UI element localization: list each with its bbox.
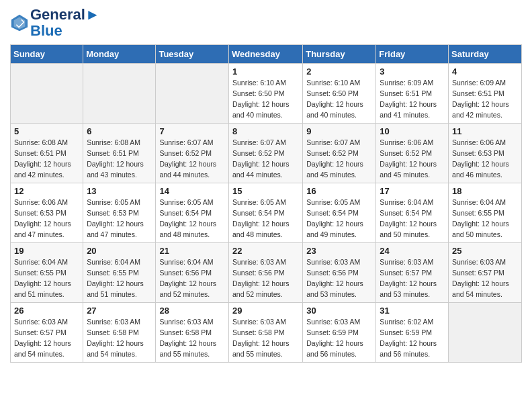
calendar-cell: 25Sunrise: 6:03 AM Sunset: 6:57 PM Dayli…	[449, 243, 522, 303]
day-number: 9	[306, 126, 372, 136]
day-info: Sunrise: 6:04 AM Sunset: 6:56 PM Dayligh…	[159, 257, 225, 300]
day-info: Sunrise: 6:03 AM Sunset: 6:58 PM Dayligh…	[232, 317, 299, 359]
day-info: Sunrise: 6:06 AM Sunset: 6:53 PM Dayligh…	[14, 197, 79, 240]
calendar-cell: 4Sunrise: 6:09 AM Sunset: 6:51 PM Daylig…	[449, 64, 522, 124]
day-number: 27	[87, 306, 152, 316]
day-info: Sunrise: 6:06 AM Sunset: 6:52 PM Dayligh…	[380, 138, 445, 180]
day-number: 19	[14, 246, 79, 256]
day-info: Sunrise: 6:04 AM Sunset: 6:55 PM Dayligh…	[14, 257, 79, 300]
calendar-cell	[449, 303, 522, 363]
day-info: Sunrise: 6:03 AM Sunset: 6:59 PM Dayligh…	[306, 317, 372, 359]
calendar-cell: 17Sunrise: 6:04 AM Sunset: 6:54 PM Dayli…	[376, 183, 449, 243]
day-number: 23	[306, 246, 372, 256]
day-number: 2	[306, 66, 372, 77]
day-number: 6	[87, 126, 152, 136]
day-number: 31	[380, 306, 445, 316]
calendar-week-5: 26Sunrise: 6:03 AM Sunset: 6:57 PM Dayli…	[11, 303, 522, 363]
calendar-cell: 19Sunrise: 6:04 AM Sunset: 6:55 PM Dayli…	[11, 243, 83, 303]
calendar-cell: 31Sunrise: 6:02 AM Sunset: 6:59 PM Dayli…	[376, 303, 449, 363]
day-info: Sunrise: 6:05 AM Sunset: 6:54 PM Dayligh…	[232, 197, 299, 240]
day-info: Sunrise: 6:03 AM Sunset: 6:56 PM Dayligh…	[306, 257, 372, 300]
calendar-cell: 27Sunrise: 6:03 AM Sunset: 6:58 PM Dayli…	[83, 303, 156, 363]
day-info: Sunrise: 6:05 AM Sunset: 6:53 PM Dayligh…	[87, 197, 152, 240]
day-info: Sunrise: 6:08 AM Sunset: 6:51 PM Dayligh…	[14, 138, 79, 180]
weekday-header-row: SundayMondayTuesdayWednesdayThursdayFrid…	[11, 45, 522, 64]
header: General► Blue	[10, 7, 522, 39]
calendar-cell: 3Sunrise: 6:09 AM Sunset: 6:51 PM Daylig…	[376, 64, 449, 124]
day-info: Sunrise: 6:03 AM Sunset: 6:57 PM Dayligh…	[380, 257, 445, 300]
calendar-cell: 22Sunrise: 6:03 AM Sunset: 6:56 PM Dayli…	[228, 243, 302, 303]
day-info: Sunrise: 6:03 AM Sunset: 6:57 PM Dayligh…	[14, 317, 79, 359]
day-info: Sunrise: 6:04 AM Sunset: 6:54 PM Dayligh…	[380, 197, 445, 240]
calendar-cell: 21Sunrise: 6:04 AM Sunset: 6:56 PM Dayli…	[156, 243, 229, 303]
day-number: 24	[380, 246, 445, 256]
calendar-cell: 8Sunrise: 6:07 AM Sunset: 6:52 PM Daylig…	[228, 124, 302, 183]
day-number: 17	[380, 186, 445, 196]
day-number: 18	[452, 186, 518, 196]
day-info: Sunrise: 6:02 AM Sunset: 6:59 PM Dayligh…	[380, 317, 445, 359]
calendar-cell: 2Sunrise: 6:10 AM Sunset: 6:50 PM Daylig…	[303, 64, 376, 124]
calendar-cell: 30Sunrise: 6:03 AM Sunset: 6:59 PM Dayli…	[303, 303, 376, 363]
weekday-header-wednesday: Wednesday	[228, 45, 302, 64]
page-container: General► Blue SundayMondayTuesdayWednesd…	[0, 0, 532, 369]
day-info: Sunrise: 6:10 AM Sunset: 6:50 PM Dayligh…	[232, 78, 299, 120]
calendar-week-1: 1Sunrise: 6:10 AM Sunset: 6:50 PM Daylig…	[11, 64, 522, 124]
day-number: 15	[232, 186, 299, 196]
calendar-cell: 16Sunrise: 6:05 AM Sunset: 6:54 PM Dayli…	[303, 183, 376, 243]
calendar-cell: 9Sunrise: 6:07 AM Sunset: 6:52 PM Daylig…	[303, 124, 376, 183]
day-info: Sunrise: 6:03 AM Sunset: 6:58 PM Dayligh…	[87, 317, 152, 359]
day-info: Sunrise: 6:07 AM Sunset: 6:52 PM Dayligh…	[306, 138, 372, 180]
day-number: 4	[452, 66, 518, 77]
day-number: 28	[159, 306, 225, 316]
day-number: 25	[452, 246, 518, 256]
day-info: Sunrise: 6:06 AM Sunset: 6:53 PM Dayligh…	[452, 138, 518, 180]
day-number: 16	[306, 186, 372, 196]
day-number: 30	[306, 306, 372, 316]
weekday-header-thursday: Thursday	[303, 45, 376, 64]
day-number: 12	[14, 186, 79, 196]
calendar-cell: 10Sunrise: 6:06 AM Sunset: 6:52 PM Dayli…	[376, 124, 449, 183]
logo: General► Blue	[10, 7, 100, 39]
day-number: 11	[452, 126, 518, 136]
calendar-cell: 11Sunrise: 6:06 AM Sunset: 6:53 PM Dayli…	[449, 124, 522, 183]
logo-icon	[10, 13, 29, 32]
calendar-cell	[156, 64, 229, 124]
calendar-cell: 14Sunrise: 6:05 AM Sunset: 6:54 PM Dayli…	[156, 183, 229, 243]
calendar-week-3: 12Sunrise: 6:06 AM Sunset: 6:53 PM Dayli…	[11, 183, 522, 243]
day-info: Sunrise: 6:05 AM Sunset: 6:54 PM Dayligh…	[159, 197, 225, 240]
day-number: 13	[87, 186, 152, 196]
calendar-week-4: 19Sunrise: 6:04 AM Sunset: 6:55 PM Dayli…	[11, 243, 522, 303]
day-number: 20	[87, 246, 152, 256]
day-number: 1	[232, 66, 299, 77]
day-info: Sunrise: 6:10 AM Sunset: 6:50 PM Dayligh…	[306, 78, 372, 120]
day-number: 3	[380, 66, 445, 77]
day-number: 7	[159, 126, 225, 136]
day-number: 29	[232, 306, 299, 316]
day-info: Sunrise: 6:09 AM Sunset: 6:51 PM Dayligh…	[380, 78, 445, 120]
calendar-cell	[83, 64, 156, 124]
calendar-cell: 6Sunrise: 6:08 AM Sunset: 6:51 PM Daylig…	[83, 124, 156, 183]
day-number: 26	[14, 306, 79, 316]
day-number: 10	[380, 126, 445, 136]
day-info: Sunrise: 6:04 AM Sunset: 6:55 PM Dayligh…	[452, 197, 518, 240]
calendar-cell	[11, 64, 83, 124]
calendar-cell: 26Sunrise: 6:03 AM Sunset: 6:57 PM Dayli…	[11, 303, 83, 363]
weekday-header-tuesday: Tuesday	[156, 45, 229, 64]
calendar-cell: 12Sunrise: 6:06 AM Sunset: 6:53 PM Dayli…	[11, 183, 83, 243]
weekday-header-saturday: Saturday	[449, 45, 522, 64]
day-number: 5	[14, 126, 79, 136]
calendar-header: SundayMondayTuesdayWednesdayThursdayFrid…	[11, 45, 522, 64]
calendar-cell: 5Sunrise: 6:08 AM Sunset: 6:51 PM Daylig…	[11, 124, 83, 183]
day-info: Sunrise: 6:03 AM Sunset: 6:56 PM Dayligh…	[232, 257, 299, 300]
calendar-cell: 23Sunrise: 6:03 AM Sunset: 6:56 PM Dayli…	[303, 243, 376, 303]
calendar-cell: 1Sunrise: 6:10 AM Sunset: 6:50 PM Daylig…	[228, 64, 302, 124]
calendar-body: 1Sunrise: 6:10 AM Sunset: 6:50 PM Daylig…	[11, 64, 522, 363]
day-number: 8	[232, 126, 299, 136]
weekday-header-friday: Friday	[376, 45, 449, 64]
calendar-cell: 28Sunrise: 6:03 AM Sunset: 6:58 PM Dayli…	[156, 303, 229, 363]
logo-text: General► Blue	[30, 7, 100, 39]
calendar-cell: 15Sunrise: 6:05 AM Sunset: 6:54 PM Dayli…	[228, 183, 302, 243]
day-info: Sunrise: 6:03 AM Sunset: 6:57 PM Dayligh…	[452, 257, 518, 300]
calendar-cell: 24Sunrise: 6:03 AM Sunset: 6:57 PM Dayli…	[376, 243, 449, 303]
calendar-cell: 20Sunrise: 6:04 AM Sunset: 6:55 PM Dayli…	[83, 243, 156, 303]
